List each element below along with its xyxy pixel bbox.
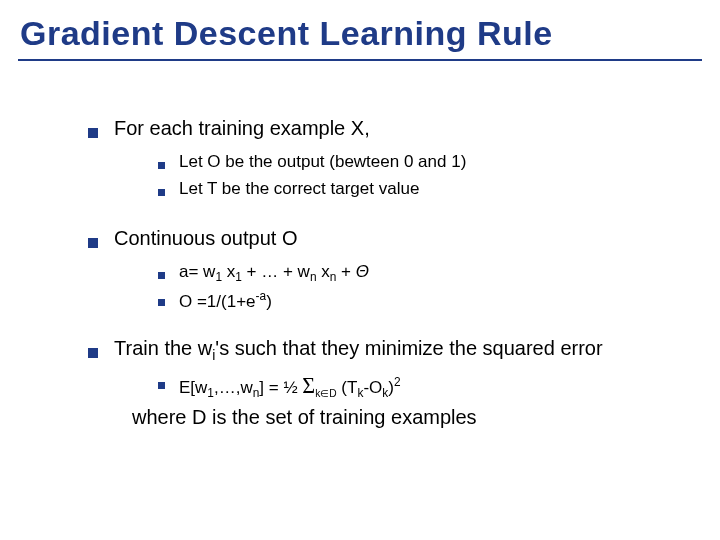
eq-frag: + … + w [242, 262, 310, 281]
bullet-text: Train the wi's such that they minimize t… [114, 335, 603, 365]
superscript: -a [256, 289, 267, 303]
eq-frag: ) [266, 291, 272, 310]
subscript: n [310, 270, 317, 284]
bullet-level2: E[w1,…,wn] = ½ Σk∈D (Tk-Ok)2 [158, 371, 702, 401]
eq-frag: 's such that they minimize the squared e… [215, 337, 602, 359]
square-bullet-small-icon [158, 290, 165, 313]
bullet-level2: a= w1 x1 + … + wn xn + Θ [158, 261, 702, 286]
subscript: 1 [207, 387, 214, 401]
where-clause: where D is the set of training examples [132, 404, 702, 431]
bullet-level1: For each training example X, [88, 115, 702, 145]
bullet-text: For each training example X, [114, 115, 370, 142]
slide-body: For each training example X, Let O be th… [18, 115, 702, 431]
subscript: 1 [235, 270, 242, 284]
bullet-text: a= w1 x1 + … + wn xn + Θ [179, 261, 369, 285]
square-bullet-small-icon [158, 373, 165, 396]
bullet-text: Continuous output O [114, 225, 297, 252]
eq-frag: -O [363, 378, 382, 397]
square-bullet-icon [88, 338, 98, 365]
eq-frag: E[w [179, 378, 207, 397]
bullet-text: Let T be the correct target value [179, 178, 419, 201]
theta-symbol: Θ [356, 262, 369, 281]
square-bullet-small-icon [158, 180, 165, 203]
square-bullet-icon [88, 118, 98, 145]
sum-subscript: k∈D [315, 389, 336, 400]
eq-frag: Train the w [114, 337, 212, 359]
bullet-level2: O =1/(1+e-a) [158, 288, 702, 314]
eq-frag: (T [337, 378, 358, 397]
square-bullet-small-icon [158, 263, 165, 286]
eq-frag: x [317, 262, 330, 281]
slide: Gradient Descent Learning Rule For each … [0, 0, 720, 540]
square-bullet-icon [88, 228, 98, 255]
bullet-text: Let O be the output (bewteen 0 and 1) [179, 151, 466, 174]
bullet-level2: Let O be the output (bewteen 0 and 1) [158, 151, 702, 176]
bullet-text: E[w1,…,wn] = ½ Σk∈D (Tk-Ok)2 [179, 371, 401, 401]
eq-frag: ] = ½ [259, 378, 302, 397]
square-bullet-small-icon [158, 153, 165, 176]
page-title: Gradient Descent Learning Rule [20, 14, 702, 53]
eq-frag: O =1/(1+e [179, 291, 256, 310]
bullet-level2: Let T be the correct target value [158, 178, 702, 203]
eq-frag: ,…,w [214, 378, 253, 397]
superscript: 2 [394, 376, 401, 390]
bullet-level1: Train the wi's such that they minimize t… [88, 335, 702, 365]
eq-frag: + [336, 262, 355, 281]
eq-frag: x [222, 262, 235, 281]
bullet-text: O =1/(1+e-a) [179, 288, 272, 314]
title-underline [18, 59, 702, 61]
eq-frag: a= w [179, 262, 215, 281]
bullet-level1: Continuous output O [88, 225, 702, 255]
sigma-symbol: Σ [302, 373, 315, 398]
